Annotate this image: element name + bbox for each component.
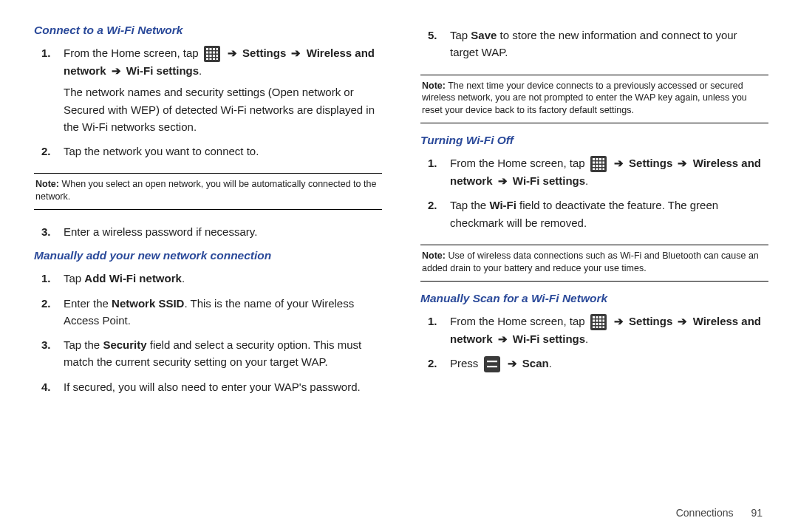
svg-rect-7: [213, 52, 215, 54]
add-wifi-network: Add Wi-Fi network: [84, 272, 182, 284]
svg-rect-16: [216, 58, 218, 61]
steps-wifi-off: From the Home screen, tap ➔ Settings: [420, 150, 768, 239]
svg-rect-20: [599, 158, 601, 160]
path-settings: Settings: [629, 157, 672, 169]
step-text: Enter a wireless password if necessary.: [64, 225, 257, 238]
svg-rect-30: [593, 168, 595, 171]
arrow-icon: ➔: [498, 172, 508, 189]
svg-rect-47: [593, 326, 595, 328]
scan-label: Scan: [522, 357, 549, 369]
step-4: If secured, you will also need to enter …: [64, 378, 382, 395]
arrow-icon: ➔: [508, 355, 517, 372]
svg-rect-25: [602, 162, 604, 164]
svg-rect-29: [602, 165, 604, 167]
svg-rect-4: [216, 48, 218, 50]
note-open-network: Note: When you select an open network, y…: [34, 173, 382, 210]
note-reconnect: Note: The next time your device connects…: [420, 75, 768, 124]
footer-section: Connections: [676, 507, 734, 519]
step-text: Tap the network you want to connect to.: [64, 145, 259, 157]
heading-connect-wifi: Connect to a Wi-Fi Network: [34, 24, 382, 37]
network-ssid: Network SSID: [112, 297, 184, 310]
svg-rect-46: [602, 323, 604, 325]
svg-rect-31: [596, 168, 598, 171]
svg-rect-50: [602, 326, 604, 328]
svg-rect-24: [599, 162, 601, 164]
security-field: Security: [103, 338, 146, 351]
steps-manual-add-cont: Tap Save to store the new information an…: [420, 22, 768, 69]
arrow-icon: ➔: [498, 330, 508, 347]
heading-manual-add: Manually add your new network connection: [34, 249, 382, 262]
svg-rect-8: [216, 52, 218, 54]
svg-rect-21: [602, 158, 604, 160]
step-2: Press ➔ Scan.: [450, 355, 768, 372]
svg-rect-37: [599, 316, 601, 318]
page-footer: Connections 91: [676, 507, 763, 519]
svg-rect-42: [602, 319, 604, 321]
svg-rect-2: [209, 48, 211, 50]
path-wifi-settings: Wi-Fi settings: [513, 174, 585, 187]
menu-icon: [484, 356, 500, 372]
svg-rect-36: [596, 316, 598, 318]
note-body: Use of wireless data connections such as…: [422, 250, 759, 273]
path-wifi-settings: Wi-Fi settings: [513, 332, 585, 345]
svg-rect-12: [216, 55, 218, 57]
svg-rect-45: [599, 323, 601, 325]
step-text: Press: [450, 357, 482, 369]
heading-manual-scan: Manually Scan for a Wi-Fi Network: [420, 292, 768, 305]
step-text: Tap the: [64, 338, 103, 351]
right-column: Tap Save to store the new information an…: [401, 22, 768, 525]
svg-rect-5: [206, 52, 208, 54]
svg-rect-1: [206, 48, 208, 50]
note-lead: Note:: [422, 81, 446, 91]
page: Connect to a Wi-Fi Network From the Home…: [0, 0, 798, 532]
step-2: Tap the Wi-Fi field to deactivate the fe…: [450, 197, 768, 231]
svg-rect-35: [593, 316, 595, 318]
step-text: If secured, you will also need to enter …: [64, 381, 361, 393]
step-text: Enter the: [64, 297, 112, 310]
note-battery-drain: Note: Use of wireless data connections s…: [420, 245, 768, 282]
apps-grid-icon: [204, 46, 220, 62]
wifi-field: Wi-Fi: [489, 199, 516, 211]
svg-rect-22: [593, 162, 595, 164]
svg-rect-28: [599, 165, 601, 167]
steps-manual-add: Tap Add Wi-Fi network. Enter the Network…: [34, 265, 382, 403]
path-settings: Settings: [629, 315, 672, 327]
step-3: Tap the Security field and select a secu…: [64, 336, 382, 371]
svg-rect-3: [213, 48, 215, 50]
svg-rect-27: [596, 165, 598, 167]
step-5: Tap Save to store the new information an…: [450, 27, 768, 61]
step-text: From the Home screen, tap: [64, 47, 202, 59]
svg-rect-39: [593, 319, 595, 321]
step-continuation: The network names and security settings …: [64, 83, 382, 135]
save-label: Save: [471, 29, 497, 41]
steps-connect-wifi-cont: Enter a wireless password if necessary.: [34, 219, 382, 248]
note-lead: Note:: [35, 179, 59, 189]
svg-rect-48: [596, 326, 598, 328]
svg-rect-15: [213, 58, 215, 61]
step-2: Tap the network you want to connect to.: [64, 143, 382, 160]
note-lead: Note:: [422, 250, 446, 261]
footer-page-number: 91: [751, 507, 763, 519]
arrow-icon: ➔: [228, 44, 237, 61]
svg-rect-40: [596, 319, 598, 321]
svg-rect-43: [593, 323, 595, 325]
svg-rect-19: [596, 158, 598, 160]
arrow-icon: ➔: [614, 313, 624, 330]
svg-rect-51: [484, 356, 500, 372]
arrow-icon: ➔: [112, 62, 121, 79]
step-2: Enter the Network SSID. This is the name…: [64, 295, 382, 330]
steps-connect-wifi: From the Home screen, tap ➔ Settings: [34, 40, 382, 167]
svg-rect-49: [599, 326, 601, 328]
note-body: The next time your device connects to a …: [422, 81, 747, 116]
left-column: Connect to a Wi-Fi Network From the Home…: [34, 22, 401, 525]
step-text: Tap: [450, 29, 471, 41]
svg-rect-18: [593, 158, 595, 160]
steps-manual-scan: From the Home screen, tap ➔ Settings: [420, 308, 768, 380]
step-1: From the Home screen, tap ➔ Settings: [450, 313, 768, 347]
step-text: Tap: [64, 272, 84, 284]
svg-rect-38: [602, 316, 604, 318]
path-wifi-settings: Wi-Fi settings: [126, 64, 199, 77]
step-text: From the Home screen, tap: [450, 315, 588, 327]
arrow-icon: ➔: [678, 313, 687, 330]
svg-rect-41: [599, 319, 601, 321]
